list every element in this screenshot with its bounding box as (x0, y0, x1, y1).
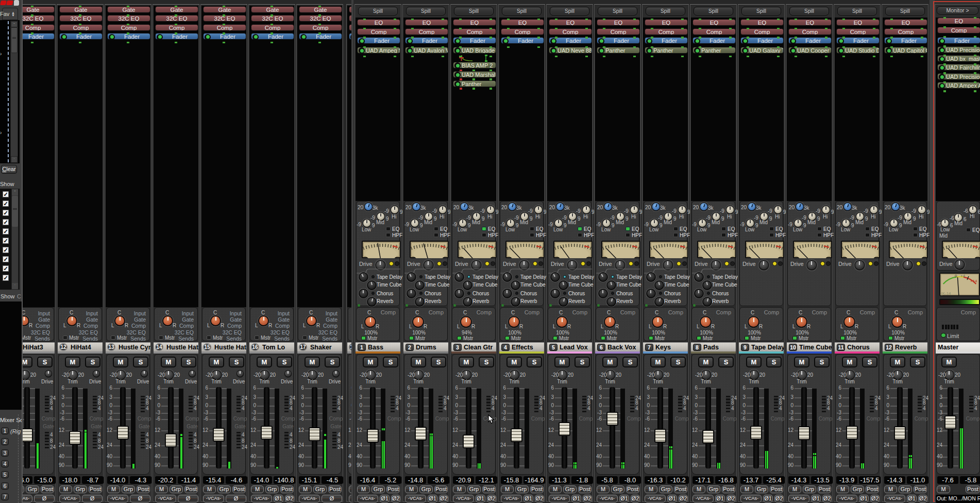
svg-text:-: - (893, 243, 894, 248)
svg-text:+: + (635, 243, 637, 248)
svg-text:-: - (414, 243, 415, 248)
svg-text:+: + (826, 243, 829, 248)
svg-text:+: + (779, 243, 781, 248)
svg-text:+: + (922, 243, 925, 248)
svg-text:-: - (462, 243, 463, 248)
svg-text:-: - (510, 243, 511, 248)
svg-text:+: + (975, 243, 978, 248)
svg-text:-: - (701, 243, 703, 248)
svg-text:+4: +4 (960, 274, 966, 278)
svg-text:-: - (653, 243, 655, 248)
svg-text:-: - (845, 243, 847, 248)
svg-text:-: - (366, 243, 367, 248)
svg-text:+: + (443, 243, 446, 248)
svg-text:0: 0 (955, 274, 957, 278)
svg-text:+14: +14 (970, 279, 977, 283)
svg-text:+: + (491, 243, 494, 248)
svg-text:-: - (749, 243, 751, 248)
svg-text:+: + (395, 243, 398, 248)
svg-text:+: + (683, 243, 685, 248)
svg-text:(K-14: (K-14 (941, 291, 951, 296)
svg-text:+: + (874, 243, 877, 248)
svg-text:+: + (587, 243, 589, 248)
svg-text:-: - (946, 243, 948, 248)
svg-text:-: - (605, 243, 607, 248)
svg-text:-: - (797, 243, 799, 248)
svg-text:-: - (557, 243, 559, 248)
svg-text:+: + (539, 243, 542, 248)
svg-text:+: + (731, 243, 733, 248)
